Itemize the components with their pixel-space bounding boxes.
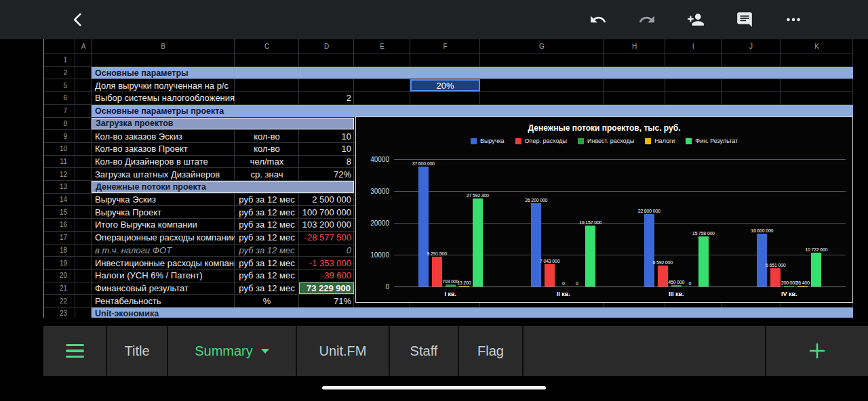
cell-label[interactable]: Кол-во Дизайнеров в штате: [92, 156, 235, 168]
column-header-a[interactable]: A: [75, 39, 92, 54]
bar[interactable]: [585, 226, 595, 287]
cell-value[interactable]: 2: [299, 92, 354, 104]
tab-staff[interactable]: Staff: [390, 326, 458, 376]
bar[interactable]: [698, 236, 709, 287]
cell-unit[interactable]: руб за 12 мес: [235, 282, 299, 295]
cell-value[interactable]: 71%: [299, 295, 354, 307]
bar[interactable]: [784, 286, 794, 287]
sheets-menu-button[interactable]: [43, 326, 106, 376]
row-header-23[interactable]: 23: [44, 308, 71, 318]
selected-cell[interactable]: 20%: [410, 79, 480, 91]
bar[interactable]: [797, 286, 808, 287]
tab-unitfm[interactable]: Unit.FM: [297, 326, 389, 376]
column-header-h[interactable]: H: [604, 39, 665, 54]
back-button[interactable]: [63, 5, 93, 35]
row-header-1[interactable]: 1: [44, 54, 71, 66]
cell-label[interactable]: Кол-во заказов Эскиз: [92, 130, 235, 142]
cell-unit[interactable]: %: [235, 295, 299, 307]
cell-value[interactable]: 10: [299, 130, 354, 142]
bar[interactable]: [811, 253, 821, 287]
row-header-2[interactable]: 2: [44, 67, 71, 79]
row-header-12[interactable]: 12: [44, 168, 71, 180]
cell-label[interactable]: Загрузка штатных Дизайнеров: [92, 168, 235, 180]
cell-unit[interactable]: руб за 12 мес: [235, 270, 299, 282]
cell-label[interactable]: Выручка Проект: [92, 206, 235, 218]
embedded-chart[interactable]: Денежные потоки проектов, тыс. руб. Выру…: [355, 117, 853, 303]
cell-label[interactable]: Доля выручки полученная на р/с: [92, 79, 298, 91]
row-header-11[interactable]: 11: [44, 156, 71, 168]
row-header-13[interactable]: 13: [44, 181, 71, 193]
column-header-g[interactable]: G: [480, 39, 604, 54]
row-header-8[interactable]: 8: [44, 118, 71, 130]
bar[interactable]: [418, 167, 429, 287]
row-header-18[interactable]: 18: [44, 245, 71, 257]
cell-label[interactable]: Итого Выручка компании: [92, 219, 235, 231]
cell-value[interactable]: 0: [299, 245, 354, 257]
column-header-f[interactable]: F: [410, 39, 480, 54]
more-options-button[interactable]: [778, 5, 808, 35]
cell-value[interactable]: 100 700 000: [299, 206, 354, 218]
bar[interactable]: [770, 268, 781, 287]
cell-label[interactable]: Рентабельность: [92, 295, 235, 307]
cell-unit[interactable]: ср. знач: [235, 168, 299, 180]
column-header-j[interactable]: J: [722, 39, 781, 54]
cell-unit[interactable]: руб за 12 мес: [235, 206, 299, 218]
cell-unit[interactable]: кол-во: [235, 143, 299, 155]
cell-value[interactable]: -28 577 500: [299, 232, 354, 244]
cell-value[interactable]: 73 229 900: [299, 282, 354, 295]
cell-value[interactable]: 72%: [299, 168, 354, 180]
add-collaborator-button[interactable]: [681, 5, 711, 35]
add-sheet-button[interactable]: [766, 326, 868, 376]
tab-summary[interactable]: Summary: [168, 326, 296, 376]
row-header-19[interactable]: 19: [44, 257, 71, 269]
row-header-5[interactable]: 5: [44, 79, 71, 91]
undo-button[interactable]: [583, 5, 613, 35]
column-header-d[interactable]: D: [299, 39, 354, 54]
bar[interactable]: [432, 257, 442, 287]
cell-value[interactable]: -39 600: [299, 270, 354, 282]
cell-label[interactable]: Кол-во заказов Проект: [92, 143, 235, 155]
bar[interactable]: [545, 264, 555, 287]
row-header-17[interactable]: 17: [44, 232, 71, 244]
bar[interactable]: [473, 198, 483, 287]
column-header-k[interactable]: K: [781, 39, 853, 54]
column-header-e[interactable]: E: [354, 39, 410, 54]
cell-unit[interactable]: руб за 12 мес: [235, 232, 299, 244]
bar[interactable]: [644, 214, 654, 287]
row-header-20[interactable]: 20: [44, 270, 71, 282]
row-header-15[interactable]: 15: [44, 206, 71, 218]
row-header-6[interactable]: 6: [44, 92, 71, 104]
tab-title[interactable]: Title: [107, 326, 167, 376]
cell-unit[interactable]: кол-во: [235, 130, 299, 142]
row-header-9[interactable]: 9: [44, 130, 71, 142]
cell-unit[interactable]: чел/max: [235, 156, 299, 168]
cell-label[interactable]: в т.ч. налоги ФОТ: [92, 245, 235, 257]
tab-flag[interactable]: Flag: [459, 326, 522, 376]
bar[interactable]: [671, 285, 682, 287]
cell-value[interactable]: 10: [299, 143, 354, 155]
cell-value[interactable]: -1 353 000: [299, 257, 354, 269]
cell-value[interactable]: 103 200 000: [299, 219, 354, 231]
cell-label[interactable]: Выбор системы налогообложения: [92, 92, 298, 104]
cell-unit[interactable]: руб за 12 мес: [235, 219, 299, 231]
cell-label[interactable]: Финансовый результат: [92, 282, 235, 295]
column-header-b[interactable]: B: [92, 39, 235, 54]
cell-unit[interactable]: руб за 12 мес: [235, 257, 299, 269]
cell-label[interactable]: Налоги (УСН 6% / Патент): [92, 270, 235, 282]
row-header-16[interactable]: 16: [44, 219, 71, 231]
bar[interactable]: [446, 284, 456, 287]
column-header-c[interactable]: C: [235, 39, 299, 54]
row-header-22[interactable]: 22: [44, 295, 71, 307]
row-header-7[interactable]: 7: [44, 105, 71, 117]
bar[interactable]: [531, 203, 541, 287]
row-header-10[interactable]: 10: [44, 143, 71, 155]
comments-button[interactable]: [730, 5, 760, 35]
row-header-21[interactable]: 21: [44, 282, 71, 295]
cell-unit[interactable]: руб за 12 мес: [235, 194, 299, 206]
row-header-14[interactable]: 14: [44, 194, 71, 206]
home-indicator[interactable]: [322, 386, 546, 389]
bar[interactable]: [757, 234, 767, 287]
redo-button[interactable]: [632, 5, 662, 35]
column-header-i[interactable]: I: [665, 39, 722, 54]
bar[interactable]: [658, 266, 668, 287]
